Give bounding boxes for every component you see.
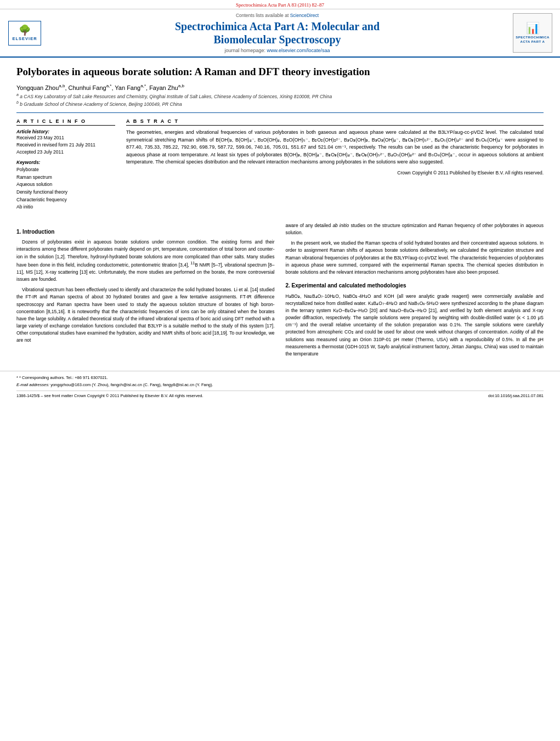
authors: Yongquan Zhoua,b, Chunhui Fanga,*, Yan F… xyxy=(16,83,544,91)
body-content: 1. Introduction Dozens of polyborates ex… xyxy=(0,217,560,366)
intro-para-4: In the present work, we studied the Rama… xyxy=(286,240,544,276)
journal-header: 🌳 ELSEVIER Contents lists available at S… xyxy=(0,9,560,58)
article-info-label: A R T I C L E I N F O xyxy=(16,118,115,126)
history-label: Article history: xyxy=(16,129,115,134)
footnote-star-icon: * xyxy=(16,375,18,380)
abstract-label: A B S T R A C T xyxy=(126,118,544,126)
keywords-section: Keywords: Polyborate Raman spectrum Aque… xyxy=(16,160,115,211)
keyword-1: Polyborate xyxy=(16,166,115,174)
elsevier-tree-icon: 🌳 xyxy=(19,25,31,35)
section2-para-1: H₃BO₃, Na₂B₄O₇·10H₂O, NaBO₂·4H₂O and KOH… xyxy=(286,293,544,358)
affiliation-a: a a CAS Key Laboratory of Salt Lake Reso… xyxy=(16,93,544,99)
journal-name: Spectrochimica Acta Part A: Molecular an… xyxy=(48,20,506,46)
doi-text: doi:10.1016/j.saa.2011.07.081 xyxy=(488,393,544,398)
keyword-2: Raman spectrum xyxy=(16,174,115,182)
info-abstract-section: A R T I C L E I N F O Article history: R… xyxy=(16,118,544,211)
section1-heading: 1. Introduction xyxy=(16,228,275,236)
article-title: Polyborates in aqueous borate solution: … xyxy=(16,65,544,79)
revised-date: Received in revised form 21 July 2011 xyxy=(16,142,115,149)
body-right-col: aware of any detailed ab initio studies … xyxy=(286,222,544,361)
sciencedirect-link[interactable]: ScienceDirect xyxy=(290,13,319,18)
email-footnote: E-mail addresses: yongqzhou@163.com (Y. … xyxy=(16,382,544,388)
elsevier-text: ELSEVIER xyxy=(12,36,37,41)
journal-logo-right: 📊 SPECTROCHIMICA ACTA PART A xyxy=(511,13,555,53)
received-date: Received 23 May 2011 xyxy=(16,134,115,142)
abstract-text: The geometries, energies and vibrational… xyxy=(126,129,544,176)
journal-url: journal homepage: www.elsevier.com/locat… xyxy=(48,48,506,53)
journal-id-text: Spectrochimica Acta Part A 83 (2011) 82–… xyxy=(236,2,324,8)
journal-id-bar: Spectrochimica Acta Part A 83 (2011) 82–… xyxy=(0,0,560,9)
keyword-5: Characteristic frequency xyxy=(16,196,115,204)
journal-url-prefix: journal homepage: xyxy=(224,48,267,53)
divider xyxy=(16,112,544,113)
keyword-4: Density functional theory xyxy=(16,189,115,196)
corresponding-footnote: * * Corresponding authors. Tel.: +86 971… xyxy=(16,375,544,381)
journal-title-block: Contents lists available at ScienceDirec… xyxy=(48,13,506,53)
keyword-6: Ab initio xyxy=(16,203,115,211)
email-label: E-mail addresses: xyxy=(16,382,49,387)
abstract-col: A B S T R A C T The geometries, energies… xyxy=(126,118,544,211)
intro-para-1: Dozens of polyborates exist in aqueous b… xyxy=(16,239,275,283)
logo-journal-title: SPECTROCHIMICA ACTA PART A xyxy=(513,36,552,44)
keyword-3: Aqueous solution xyxy=(16,181,115,189)
logo-icon: 📊 xyxy=(526,21,540,35)
contents-line: Contents lists available at ScienceDirec… xyxy=(48,13,506,18)
journal-logo-box: 📊 SPECTROCHIMICA ACTA PART A xyxy=(513,13,552,53)
intro-para-3: aware of any detailed ab initio studies … xyxy=(286,222,544,236)
footer-bar: 1386-1425/$ – see front matter Crown Cop… xyxy=(16,391,544,398)
article-history: Article history: Received 23 May 2011 Re… xyxy=(16,129,115,155)
main-content: Polyborates in aqueous borate solution: … xyxy=(0,58,560,217)
article-info-col: A R T I C L E I N F O Article history: R… xyxy=(16,118,115,211)
accepted-date: Accepted 23 July 2011 xyxy=(16,149,115,156)
page: Spectrochimica Acta Part A 83 (2011) 82–… xyxy=(0,0,560,741)
journal-url-link[interactable]: www.elsevier.com/locate/saa xyxy=(267,48,330,53)
email-values: yongqzhou@163.com (Y. Zhou), fangch@isl.… xyxy=(50,382,213,387)
copyright: Crown Copyright © 2011 Published by Else… xyxy=(126,169,544,177)
footer-area: * * Corresponding authors. Tel.: +86 971… xyxy=(0,371,560,400)
section2-heading: 2. Experimental and calculated methodolo… xyxy=(286,281,544,290)
issn-text: 1386-1425/$ – see front matter Crown Cop… xyxy=(16,393,203,398)
keywords-label: Keywords: xyxy=(16,160,115,165)
elsevier-logo-box: 🌳 ELSEVIER xyxy=(8,21,41,46)
elsevier-logo: 🌳 ELSEVIER xyxy=(5,13,44,53)
body-left-col: 1. Introduction Dozens of polyborates ex… xyxy=(16,222,275,361)
intro-para-2: Vibrational spectrum has been effectivel… xyxy=(16,286,275,344)
contents-prefix: Contents lists available at xyxy=(236,13,290,18)
affiliation-b: b b Graduate School of Chinese Academy o… xyxy=(16,100,544,107)
